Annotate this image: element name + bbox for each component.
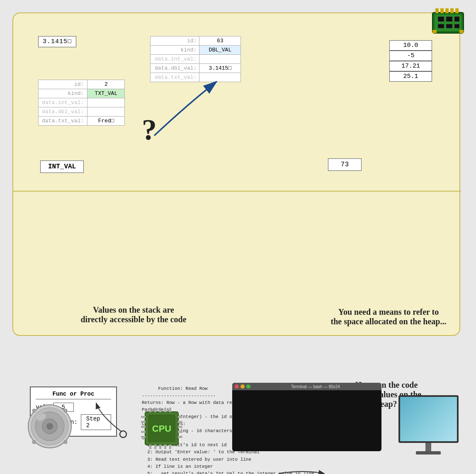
svg-rect-43 xyxy=(141,426,146,428)
svg-rect-49 xyxy=(178,431,182,433)
svg-point-1 xyxy=(120,431,126,438)
right-values-list: 10.0 -5 17.21 25.1 xyxy=(389,40,432,82)
cpu-icon: CPU xyxy=(137,404,187,455)
label-int-val: data.int_val: xyxy=(151,55,199,64)
label-dbl-left: data.dbl_val: xyxy=(39,107,87,117)
svg-rect-45 xyxy=(141,436,146,438)
svg-rect-15 xyxy=(454,24,459,28)
heap-refer-annotation: You need a means to refer to the space a… xyxy=(328,307,449,326)
center-data-table: id: 63 kind: DBL_VAL data.int_val: data.… xyxy=(150,36,241,82)
svg-rect-44 xyxy=(141,431,146,433)
table-row: data.int_val: xyxy=(39,98,125,107)
label-dbl-val: data.dbl_val: xyxy=(151,64,199,73)
right-val-3: 25.1 xyxy=(389,71,432,82)
svg-rect-50 xyxy=(178,436,182,438)
svg-rect-36 xyxy=(149,445,151,449)
label-kind: kind: xyxy=(151,46,199,55)
svg-point-26 xyxy=(32,440,36,444)
ram-chip-icon xyxy=(426,4,472,46)
terminal-close-dot xyxy=(235,384,239,389)
table-row: data.txt_val: xyxy=(151,73,241,82)
svg-point-25 xyxy=(64,409,67,412)
value-int-left xyxy=(87,98,125,107)
bottom-section: Func or Proc val: 5 Instruction: Step 2 … xyxy=(13,192,461,337)
terminal-window: Terminal — bash — 80x24 xyxy=(232,383,381,451)
svg-rect-34 xyxy=(164,408,166,412)
table-row: kind: TXT_VAL xyxy=(39,89,125,98)
heap-refer-text: You need a means to refer to the space a… xyxy=(331,307,447,326)
svg-rect-32 xyxy=(154,408,156,412)
table-row: data.txt_val: Fred□ xyxy=(39,117,125,126)
label-id: id: xyxy=(151,36,199,46)
terminal-maximize-dot xyxy=(246,384,250,389)
svg-rect-31 xyxy=(149,408,151,412)
seventy-three-box: 73 xyxy=(328,158,362,171)
value-dbl-val: 3.1415□ xyxy=(199,64,241,73)
svg-rect-35 xyxy=(169,408,171,412)
table-row: data.dbl_val: xyxy=(39,107,125,117)
int-val-label: INT_VAL xyxy=(48,163,76,170)
svg-rect-42 xyxy=(141,421,146,423)
terminal-minimize-dot xyxy=(240,384,245,389)
label-id-left: id: xyxy=(39,80,87,89)
svg-rect-8 xyxy=(450,8,454,13)
stack-annotation: Values on the stack are directly accessi… xyxy=(75,305,192,324)
value-txt-left: Fred□ xyxy=(87,117,125,126)
right-val-2: 17.21 xyxy=(389,61,432,71)
table-row: kind: DBL_VAL xyxy=(151,46,241,55)
svg-rect-5 xyxy=(435,8,439,13)
value-id-left: 2 xyxy=(87,80,125,89)
svg-rect-16 xyxy=(432,30,437,33)
monitor-stand xyxy=(425,443,431,451)
svg-rect-46 xyxy=(178,416,182,418)
svg-point-27 xyxy=(64,440,67,444)
step-value-box: Step 2 xyxy=(81,414,111,430)
svg-rect-11 xyxy=(446,17,452,22)
svg-rect-9 xyxy=(455,8,459,13)
svg-rect-48 xyxy=(178,426,182,428)
svg-rect-37 xyxy=(154,445,156,449)
svg-rect-33 xyxy=(159,408,161,412)
svg-text:CPU: CPU xyxy=(152,423,171,434)
monitor-base xyxy=(416,451,441,455)
func-box-title: Func or Proc xyxy=(36,391,111,399)
value-kind: DBL_VAL xyxy=(199,46,241,55)
svg-point-24 xyxy=(32,409,36,412)
value-dbl-left xyxy=(87,107,125,117)
svg-rect-40 xyxy=(169,445,171,449)
terminal-title: Terminal — bash — 80x24 xyxy=(291,384,340,389)
value-int-val xyxy=(199,55,241,64)
seventy-three-value: 73 xyxy=(341,161,349,168)
label-kind-left: kind: xyxy=(39,89,87,98)
value-txt-val xyxy=(199,73,241,82)
monitor-screen xyxy=(398,395,459,443)
svg-rect-10 xyxy=(438,17,444,22)
table-row: id: 63 xyxy=(151,36,241,46)
label-int-left: data.int_val: xyxy=(39,98,87,107)
svg-rect-38 xyxy=(159,445,161,449)
left-data-table: id: 2 kind: TXT_VAL data.int_val: data.d… xyxy=(38,80,125,126)
value-kind-left: TXT_VAL xyxy=(87,89,125,98)
int-val-box: INT_VAL xyxy=(40,160,84,173)
svg-rect-47 xyxy=(178,421,182,423)
svg-rect-13 xyxy=(438,24,444,28)
main-diagram: 3.1415□ 10.0 -5 17.21 25.1 id: 63 kind: … xyxy=(12,12,460,336)
svg-rect-14 xyxy=(446,24,452,28)
label-txt-val: data.txt_val: xyxy=(151,73,199,82)
hdd-icon xyxy=(25,401,75,453)
pi-value-text: 3.1415□ xyxy=(43,38,72,45)
right-val-1: -5 xyxy=(389,51,432,61)
top-section: 3.1415□ 10.0 -5 17.21 25.1 id: 63 kind: … xyxy=(13,13,461,192)
terminal-titlebar: Terminal — bash — 80x24 xyxy=(232,383,381,390)
svg-rect-39 xyxy=(164,445,166,449)
step-value: Step 2 xyxy=(86,416,100,429)
terminal-body xyxy=(232,390,381,451)
table-row: id: 2 xyxy=(39,80,125,89)
pi-value-box: 3.1415□ xyxy=(38,36,76,47)
stack-text: Values on the stack are directly accessi… xyxy=(80,305,186,324)
label-txt-left: data.txt_val: xyxy=(39,117,87,126)
question-mark: ? xyxy=(142,113,157,147)
monitor-icon xyxy=(393,395,464,462)
svg-rect-41 xyxy=(141,416,146,418)
svg-rect-17 xyxy=(459,30,464,33)
